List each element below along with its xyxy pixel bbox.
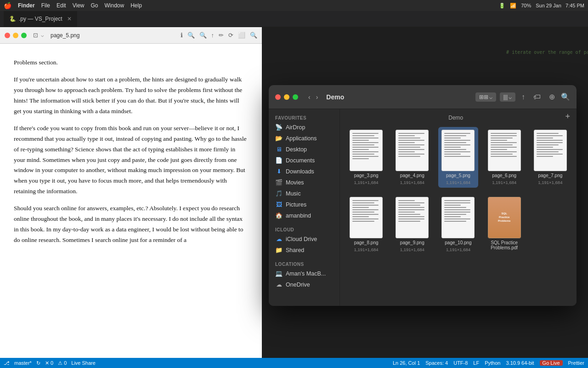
file-item-page3[interactable]: page_3.png 1,191×1,684 xyxy=(346,127,386,188)
python-version-display[interactable]: 3.10.9 64-bit xyxy=(506,360,534,366)
icloud-drive-icon: ☁ xyxy=(275,236,283,242)
file-thumb-page7 xyxy=(534,130,567,171)
forward-button[interactable]: › xyxy=(314,92,320,102)
file-item-page4[interactable]: page_4.png 1,191×1,684 xyxy=(392,127,432,188)
finder-sidebar: Favourites 📡 AirDrop 📂 Applications 🖥 De… xyxy=(269,109,340,306)
info-icon[interactable]: ℹ xyxy=(181,32,183,39)
menu-file[interactable]: File xyxy=(41,2,50,9)
finder-minimize-button[interactable] xyxy=(284,94,289,100)
spaces-display[interactable]: Spaces: 4 xyxy=(425,360,448,366)
tag-button[interactable]: 🏷 xyxy=(531,92,543,102)
sidebar-item-applications[interactable]: 📂 Applications xyxy=(271,133,338,144)
column-view-button[interactable]: ||| ⌵ xyxy=(500,92,515,102)
search-preview-icon[interactable]: 🔍 xyxy=(250,32,257,39)
error-count[interactable]: ✕ 0 xyxy=(45,360,53,366)
sidebar-item-airdrop[interactable]: 📡 AirDrop xyxy=(271,122,338,132)
sidebar-movies-label: Movies xyxy=(286,179,304,186)
menu-go[interactable]: Go xyxy=(91,2,98,9)
sidebar-item-macbook[interactable]: 💻 Aman's MacB... xyxy=(271,268,338,279)
vscode-tab-bar: 🐍 .py — VS_Project ✕ xyxy=(0,11,588,27)
menu-window[interactable]: Window xyxy=(105,2,124,9)
finder-traffic-lights xyxy=(275,94,298,100)
apple-menu-icon[interactable]: 🍎 xyxy=(4,2,11,9)
locations-label: Locations xyxy=(269,259,339,268)
file-name-page5: page_5.png xyxy=(446,173,470,178)
sidebar-item-documents[interactable]: 📄 Documents xyxy=(271,155,338,166)
preview-window: ⊡ ⌵ page_5.png ℹ 🔍 🔍 ↑ ✏ ⟳ ⬜ 🔍 Problems … xyxy=(0,27,262,358)
sidebar-onedrive-label: OneDrive xyxy=(286,282,310,288)
prettier-button[interactable]: Prettier xyxy=(568,360,584,366)
sidebar-item-music[interactable]: 🎵 Music xyxy=(271,188,338,199)
file-item-page6[interactable]: page_6.png 1,191×1,684 xyxy=(485,127,524,188)
sidebar-item-movies[interactable]: 🎬 Movies xyxy=(271,177,338,188)
markup-icon[interactable]: ✏ xyxy=(219,32,224,39)
zoom-in-icon[interactable]: 🔍 xyxy=(199,32,207,39)
share-finder-button[interactable]: ↑ xyxy=(519,92,527,102)
downloads-icon: ⬇ xyxy=(275,168,283,175)
finder-folder-header-row: Demo + xyxy=(345,114,572,125)
column-view-chevron: ⌵ xyxy=(509,94,512,100)
vscode-tab-py[interactable]: 🐍 .py — VS_Project ✕ xyxy=(4,11,78,27)
file-grid: page_3.png 1,191×1,684 xyxy=(345,125,572,257)
warning-count[interactable]: ⚠ 0 xyxy=(58,360,67,366)
add-file-button[interactable]: + xyxy=(565,112,570,121)
rotate-icon[interactable]: ⟳ xyxy=(228,32,233,39)
share-icon[interactable]: ↑ xyxy=(211,32,215,39)
finder-search-button[interactable]: 🔍 xyxy=(561,92,570,101)
go-live-button[interactable]: Go Live xyxy=(540,360,563,366)
tab-close-icon[interactable]: ✕ xyxy=(67,16,72,22)
file-thumb-page6 xyxy=(488,130,521,171)
finder-maximize-button[interactable] xyxy=(293,94,298,100)
file-item-page10[interactable]: page_10.png 1,191×1,684 xyxy=(438,194,478,255)
crop-icon[interactable]: ⬜ xyxy=(238,32,245,39)
sidebar-toggle-icon[interactable]: ⊡ xyxy=(33,32,38,39)
finder-toolbar: ‹ › Demo ⊞⊞ ⌵ ||| ⌵ ↑ 🏷 ⊕ 🔍 xyxy=(269,85,577,109)
finder-close-button[interactable] xyxy=(275,94,281,100)
zoom-out-icon[interactable]: 🔍 xyxy=(187,32,195,39)
sidebar-item-pictures[interactable]: 🖼 Pictures xyxy=(271,199,338,210)
sidebar-item-desktop[interactable]: 🖥 Desktop xyxy=(271,144,338,155)
file-item-sql-pdf[interactable]: SQLPracticeProblems SQL Practice Problem… xyxy=(485,194,524,255)
encoding-display[interactable]: UTF-8 xyxy=(453,360,468,366)
close-button[interactable] xyxy=(5,33,10,38)
file-size-page4: 1,191×1,684 xyxy=(400,180,424,185)
movies-icon: 🎬 xyxy=(275,179,283,186)
sync-icon[interactable]: ↻ xyxy=(36,360,40,366)
sidebar-shared-label: Shared xyxy=(286,247,304,253)
macbook-icon: 💻 xyxy=(275,270,283,277)
sidebar-item-onedrive[interactable]: ☁ OneDrive xyxy=(271,279,338,290)
chevron-down-icon[interactable]: ⌵ xyxy=(41,32,44,38)
file-name-page3: page_3.png xyxy=(354,173,379,178)
airdrop-icon: 📡 xyxy=(275,124,283,131)
menu-finder[interactable]: Finder xyxy=(18,2,35,9)
git-branch-label[interactable]: master* xyxy=(14,360,32,366)
line-ending-display[interactable]: LF xyxy=(473,360,479,366)
menu-help[interactable]: Help xyxy=(130,2,142,9)
sidebar-item-icloud-drive[interactable]: ☁ iCloud Drive xyxy=(271,234,338,244)
menu-edit[interactable]: Edit xyxy=(57,2,66,9)
file-thumb-page4 xyxy=(396,130,429,171)
file-thumb-page9 xyxy=(396,197,429,238)
file-name-page6: page_6.png xyxy=(492,173,516,178)
back-button[interactable]: ‹ xyxy=(306,92,312,102)
sidebar-item-downloads[interactable]: ⬇ Downloads xyxy=(271,166,338,177)
live-share-button[interactable]: Live Share xyxy=(71,360,96,366)
file-item-page5[interactable]: page_5.png 1,191×1,684 xyxy=(438,127,478,188)
sidebar-item-shared[interactable]: 📁 Shared xyxy=(271,245,338,255)
sidebar-item-amanbind[interactable]: 🏠 amanbind xyxy=(271,210,338,221)
finder-body: Favourites 📡 AirDrop 📂 Applications 🖥 De… xyxy=(269,109,577,306)
maximize-button[interactable] xyxy=(21,33,27,38)
file-item-page9[interactable]: page_9.png 1,191×1,684 xyxy=(392,194,432,255)
grid-view-button[interactable]: ⊞⊞ ⌵ xyxy=(475,92,496,102)
language-display[interactable]: Python xyxy=(485,360,500,366)
documents-icon: 📄 xyxy=(275,157,283,164)
file-item-page8[interactable]: page_8.png 1,191×1,684 xyxy=(346,194,386,255)
minimize-button[interactable] xyxy=(13,33,18,38)
desktop-icon: 🖥 xyxy=(275,146,283,153)
column-view-icon: ||| xyxy=(503,94,508,100)
line-col-display[interactable]: Ln 26, Col 1 xyxy=(393,360,420,366)
sidebar-amanbind-label: amanbind xyxy=(286,213,311,219)
menu-view[interactable]: View xyxy=(73,2,85,9)
more-options-button[interactable]: ⊕ xyxy=(547,92,557,102)
file-item-page7[interactable]: page_7.png 1,191×1,684 xyxy=(531,127,570,188)
